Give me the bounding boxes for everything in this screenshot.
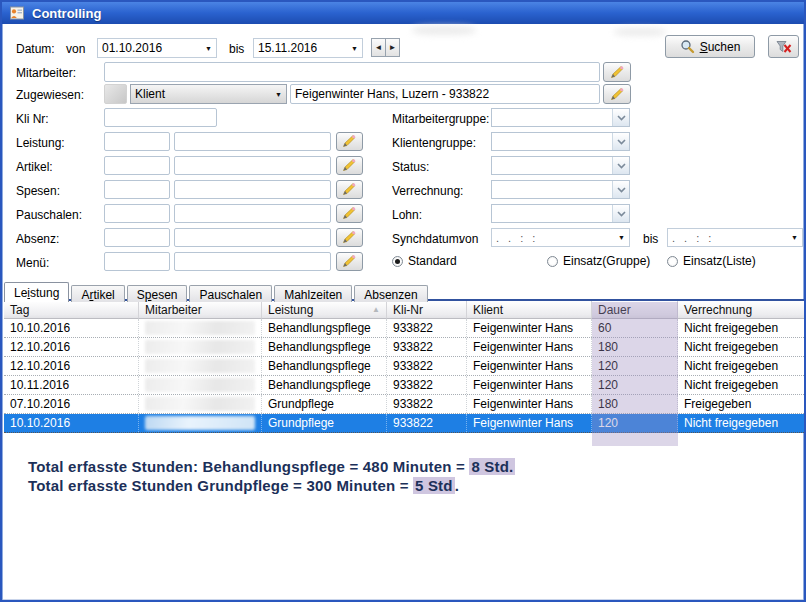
previous-period-button[interactable]: ◄ <box>371 38 386 57</box>
filter-text-input-artikelu[interactable] <box>174 156 331 175</box>
cell-tag: 10.10.2016 <box>4 414 139 432</box>
filter-edit-button-menuu[interactable] <box>336 252 363 271</box>
filter-text-input-pauschalenu[interactable] <box>174 204 331 223</box>
pencil-icon <box>342 135 357 148</box>
mitarbeiter-input[interactable] <box>104 62 600 82</box>
cell-kli_nr: 933822 <box>387 319 467 337</box>
filter-text-input-absenzu[interactable] <box>174 228 331 247</box>
filter-code-input-pauschalenu[interactable] <box>104 204 170 223</box>
column-header-mitarbeiter[interactable]: Mitarbeiter <box>139 301 262 319</box>
column-header-tag[interactable]: Tag <box>4 301 139 319</box>
clear-filter-button[interactable] <box>768 35 799 58</box>
mitarbeiter-edit-button[interactable] <box>603 62 631 82</box>
kli-nr-input[interactable] <box>104 108 217 127</box>
datum-von-label: von <box>66 42 85 56</box>
tab-pauschalen[interactable]: Pauschalen <box>189 285 272 302</box>
tab-absenzen[interactable]: Absenzen <box>354 285 427 302</box>
chevron-down-icon <box>612 205 629 222</box>
filter-text-input-spesenu[interactable] <box>174 180 331 199</box>
pencil-icon <box>610 88 625 101</box>
table-row[interactable]: 10.10.2016Grundpflege933822Feigenwinter … <box>4 414 806 433</box>
synchdatum-bis-value: . . : : <box>672 232 714 244</box>
synchdatum-bis-combobox[interactable]: . . : : ▼ <box>667 228 803 247</box>
mitarbeiter-label: Mitarbeiter: <box>16 66 76 80</box>
tab-spesen[interactable]: Spesen <box>127 285 188 302</box>
redacted-text <box>145 321 255 335</box>
column-header-klient[interactable]: Klient <box>467 301 592 319</box>
pencil-icon <box>342 207 357 220</box>
next-period-button[interactable]: ► <box>385 38 400 57</box>
redacted-smudge <box>614 28 666 36</box>
synchdatum-von-combobox[interactable]: . . : : ▼ <box>491 228 630 247</box>
cell-leistung: Behandlungspflege <box>262 376 387 394</box>
tab-artikel[interactable]: Artikel <box>71 285 124 302</box>
redacted-text <box>145 397 255 411</box>
filter-edit-button-absenzu[interactable] <box>336 228 363 247</box>
datum-von-combobox[interactable]: 01.10.2016 ▼ <box>97 38 217 58</box>
table-body: 10.10.2016Behandlungspflege933822Feigenw… <box>4 319 806 433</box>
chevron-down-icon: ▼ <box>205 45 212 52</box>
cell-kli_nr: 933822 <box>387 376 467 394</box>
filter-edit-button-leistungu[interactable] <box>336 132 363 151</box>
filter-text-input-menuu[interactable] <box>174 252 331 271</box>
filter-edit-button-artikelu[interactable] <box>336 156 363 175</box>
filter-text-input-leistungu[interactable] <box>174 132 331 151</box>
filter-code-input-absenzu[interactable] <box>104 228 170 247</box>
filter-label-leistungu: Leistung: <box>16 136 65 150</box>
radio-option-standard[interactable]: Standard <box>392 254 457 268</box>
chevron-down-icon <box>612 181 629 198</box>
cell-klient: Feigenwinter Hans <box>467 319 592 337</box>
filter-code-input-menuu[interactable] <box>104 252 170 271</box>
pencil-icon <box>342 255 357 268</box>
filter-combobox-klientengruppe[interactable] <box>491 132 630 151</box>
column-header-verrechnung[interactable]: Verrechnung <box>678 301 806 319</box>
filter-combobox-mitarbeitergruppe[interactable] <box>491 108 630 127</box>
total-hours-highlight: 8 Std. <box>469 458 515 475</box>
results-table: TagMitarbeiterLeistung▲Kli-NrKlientDauer… <box>4 299 806 447</box>
cell-kli_nr: 933822 <box>387 414 467 432</box>
filter-combobox-verrechnung[interactable] <box>491 180 630 199</box>
zugewiesen-value-input[interactable]: Feigenwinter Hans, Luzern - 933822 <box>290 84 600 104</box>
zugewiesen-type-combobox[interactable]: Klient ▼ <box>130 84 287 104</box>
sort-ascending-icon: ▲ <box>372 305 380 314</box>
chevron-down-icon <box>612 157 629 174</box>
search-button[interactable]: Suchen <box>665 35 755 58</box>
radio-option-einsatz-gruppe-[interactable]: Einsatz(Gruppe) <box>547 254 650 268</box>
table-row[interactable]: 12.10.2016Behandlungspflege933822Feigenw… <box>4 357 806 376</box>
filter-label-lohn: Lohn: <box>392 208 422 222</box>
cell-leistung: Grundpflege <box>262 395 387 413</box>
chevron-down-icon: ▼ <box>618 234 625 241</box>
table-row[interactable]: 10.11.2016Behandlungspflege933822Feigenw… <box>4 376 806 395</box>
filter-edit-button-spesenu[interactable] <box>336 180 363 199</box>
synchdatum-von-value: . . : : <box>496 232 538 244</box>
search-button-label: Suchen <box>700 40 741 54</box>
zugewiesen-edit-button[interactable] <box>603 84 631 104</box>
filter-combobox-lohn[interactable] <box>491 204 630 223</box>
cell-mitarbeiter <box>139 395 262 413</box>
filter-label-menuu: Menü: <box>16 256 49 270</box>
filter-combobox-status[interactable] <box>491 156 630 175</box>
tab-leistung[interactable]: Leistung <box>4 282 69 302</box>
radio-icon <box>667 256 678 267</box>
column-header-leistung[interactable]: Leistung▲ <box>262 301 387 319</box>
column-header-label: Klient <box>473 303 503 317</box>
tab-mahlzeiten[interactable]: Mahlzeiten <box>274 285 352 302</box>
filter-edit-button-pauschalenu[interactable] <box>336 204 363 223</box>
radio-option-einsatz-liste-[interactable]: Einsatz(Liste) <box>667 254 756 268</box>
search-icon <box>680 39 695 54</box>
table-row[interactable]: 07.10.2016Grundpflege933822Feigenwinter … <box>4 395 806 414</box>
filter-code-input-artikelu[interactable] <box>104 156 170 175</box>
column-header-label: Leistung <box>268 303 313 317</box>
filter-label-mitarbeitergruppe: Mitarbeitergruppe: <box>392 112 489 126</box>
filter-code-input-leistungu[interactable] <box>104 132 170 151</box>
table-row[interactable]: 10.10.2016Behandlungspflege933822Feigenw… <box>4 319 806 338</box>
zugewiesen-type-value: Klient <box>135 87 165 101</box>
filter-label-absenzu: Absenz: <box>16 232 59 246</box>
cell-dauer: 180 <box>592 395 678 413</box>
column-header-dauer[interactable]: Dauer <box>592 301 678 319</box>
datum-bis-combobox[interactable]: 15.11.2016 ▼ <box>253 38 363 58</box>
column-header-kli-nr[interactable]: Kli-Nr <box>387 301 467 319</box>
cell-klient: Feigenwinter Hans <box>467 395 592 413</box>
filter-code-input-spesenu[interactable] <box>104 180 170 199</box>
table-row[interactable]: 12.10.2016Behandlungspflege933822Feigenw… <box>4 338 806 357</box>
